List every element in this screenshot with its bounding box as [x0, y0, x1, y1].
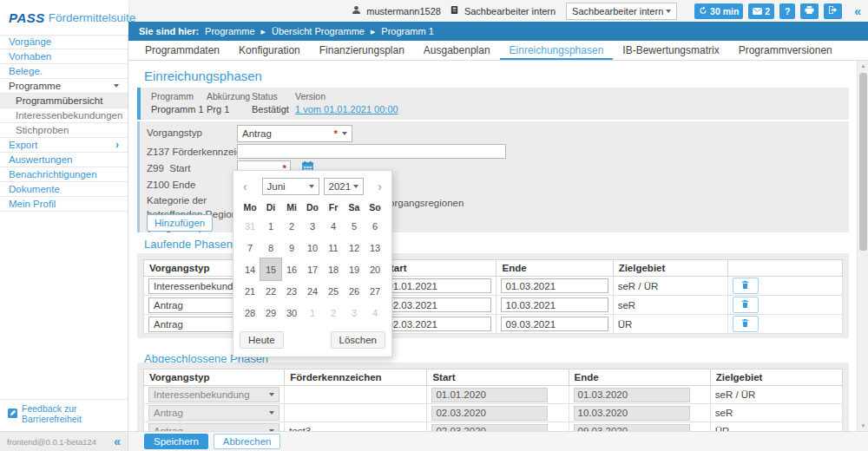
- z137-foerderkennzeichen-input[interactable]: [237, 144, 506, 159]
- tab-finanzierungsplan[interactable]: Finanzierungsplan: [310, 41, 414, 60]
- delete-row-button[interactable]: [733, 297, 759, 313]
- calendar-day[interactable]: 3: [302, 215, 323, 237]
- logout-button[interactable]: [824, 3, 842, 19]
- zielgebiet-value: seR: [715, 408, 733, 418]
- calendar-day[interactable]: 2: [281, 215, 302, 237]
- role-select[interactable]: Sachbearbeiter intern: [566, 3, 677, 20]
- calendar-day[interactable]: 6: [365, 215, 385, 237]
- logo-suite: Fördermittelsuite: [49, 11, 136, 24]
- year-select[interactable]: 2021: [324, 178, 364, 195]
- calendar-day[interactable]: 16: [281, 258, 302, 280]
- collapse-panel-icon[interactable]: «: [854, 4, 861, 18]
- tab-ausgabenplan[interactable]: Ausgabenplan: [414, 41, 500, 60]
- calendar-day[interactable]: 31: [240, 215, 260, 237]
- cancel-button[interactable]: Abbrechen: [214, 434, 281, 449]
- sidebar-item-dokumente[interactable]: Dokumente: [0, 182, 128, 197]
- sidebar-item-stichproben[interactable]: Stichproben: [0, 123, 128, 138]
- version-label: Version: [295, 91, 398, 101]
- sidebar-item-vorhaben[interactable]: Vorhaben: [0, 49, 128, 64]
- sidebar-item-belege[interactable]: Belege.: [0, 64, 128, 79]
- ende-date-input-disabled: 01.03.2020: [574, 388, 690, 402]
- calendar-day[interactable]: 23: [281, 280, 302, 302]
- sidebar-item-programme[interactable]: Programme: [0, 79, 128, 94]
- calendar-day[interactable]: 18: [323, 258, 344, 280]
- tab-einreichungsphasen[interactable]: Einreichungsphasen: [500, 41, 614, 60]
- start-date-input[interactable]: 01.01.2021: [383, 278, 491, 293]
- tab-programmdaten[interactable]: Programmdaten: [135, 41, 229, 60]
- calendar-day[interactable]: 3: [344, 302, 365, 324]
- calendar-day[interactable]: 12: [344, 237, 365, 258]
- prev-month-icon[interactable]: ‹: [240, 180, 251, 193]
- col-header: Zielgebiet: [710, 369, 842, 386]
- ende-date-input[interactable]: 09.03.2021: [501, 317, 608, 331]
- feedback-icon: [8, 409, 17, 420]
- ende-date-input[interactable]: 10.03.2021: [501, 297, 608, 312]
- start-date-input[interactable]: 02.03.2021: [383, 297, 491, 312]
- help-button[interactable]: ?: [779, 3, 795, 19]
- scroll-down-icon[interactable]: ▼: [858, 423, 868, 428]
- calendar-day[interactable]: 8: [260, 237, 281, 258]
- scrollbar-thumb[interactable]: [859, 73, 867, 251]
- calendar-day[interactable]: 27: [365, 280, 385, 302]
- mail-button[interactable]: 2: [748, 3, 774, 19]
- calendar-day[interactable]: 17: [302, 258, 323, 280]
- calendar-day[interactable]: 2: [323, 302, 344, 324]
- breadcrumb-item-uebersicht[interactable]: Übersicht Programme: [272, 26, 365, 36]
- calendar-day[interactable]: 19: [344, 258, 365, 280]
- calendar-day[interactable]: 24: [302, 280, 323, 302]
- scrollbar[interactable]: ▲ ▼: [857, 61, 868, 431]
- sidebar-item-vorgaenge[interactable]: Vorgänge: [0, 35, 128, 49]
- vorgangstyp-select[interactable]: Antrag *: [237, 125, 352, 142]
- calendar-day[interactable]: 26: [344, 280, 365, 302]
- calendar-day[interactable]: 1: [302, 302, 323, 324]
- add-region-button[interactable]: Hinzufügen: [147, 214, 213, 232]
- scroll-up-icon[interactable]: ▲: [858, 63, 868, 69]
- calendar-day[interactable]: 4: [323, 215, 344, 237]
- calendar-day[interactable]: 20: [365, 258, 385, 280]
- calendar-day[interactable]: 30: [281, 302, 302, 324]
- breadcrumb-item-programm1[interactable]: Programm 1: [381, 26, 434, 36]
- version-link[interactable]: 1 vom 01.01.2021 00:00: [295, 104, 398, 114]
- session-refresh-button[interactable]: 30 min: [694, 3, 743, 19]
- sidebar-item-programmuebersicht[interactable]: Programmübersicht: [0, 94, 128, 108]
- calendar-day[interactable]: 29: [260, 302, 281, 324]
- calendar-day[interactable]: 28: [240, 302, 260, 324]
- next-month-icon[interactable]: ›: [374, 180, 385, 193]
- calendar-day[interactable]: 5: [344, 215, 365, 237]
- calendar-day[interactable]: 4: [365, 302, 385, 324]
- start-date-input[interactable]: 02.03.2021: [383, 317, 491, 331]
- save-button[interactable]: Speichern: [144, 434, 208, 449]
- calendar-day[interactable]: 13: [365, 237, 385, 258]
- calendar-day[interactable]: 21: [240, 280, 260, 302]
- calendar-day[interactable]: 1: [260, 215, 281, 237]
- sidebar-item-mein-profil[interactable]: Mein Profil: [0, 197, 128, 212]
- clear-button[interactable]: Löschen: [331, 331, 385, 349]
- today-button[interactable]: Heute: [240, 331, 284, 349]
- calendar-day[interactable]: 10: [302, 237, 323, 258]
- delete-row-button[interactable]: [733, 316, 759, 332]
- delete-row-button[interactable]: [733, 278, 759, 294]
- tab-konfiguration[interactable]: Konfiguration: [229, 41, 310, 60]
- region-value: Vorgangsregionen: [383, 198, 464, 208]
- calendar-day-selected[interactable]: 15: [260, 258, 281, 280]
- calendar-day[interactable]: 7: [240, 237, 260, 258]
- zielgebiet-value: seR / ÜR: [618, 281, 659, 291]
- tab-programmversionen[interactable]: Programmversionen: [729, 41, 842, 60]
- feedback-link[interactable]: Feedback zur Barrierefreiheit: [0, 399, 128, 428]
- print-button[interactable]: [800, 3, 819, 19]
- month-select[interactable]: Juni: [262, 178, 319, 195]
- sidebar-item-interessenbekundungen[interactable]: Interessenbekundungen: [0, 108, 128, 123]
- calendar-day[interactable]: 22: [260, 280, 281, 302]
- programm-label: Programm: [151, 91, 207, 101]
- sidebar-item-auswertungen[interactable]: Auswertungen: [0, 153, 128, 167]
- sidebar-item-benachrichtigungen[interactable]: Benachrichtigungen: [0, 167, 128, 182]
- calendar-day[interactable]: 14: [240, 258, 260, 280]
- tab-ib-bewertungsmatrix[interactable]: IB-Bewertungsmatrix: [613, 41, 728, 60]
- calendar-day[interactable]: 9: [281, 237, 302, 258]
- calendar-day[interactable]: 11: [323, 237, 344, 258]
- sidebar-item-export[interactable]: Export›: [0, 138, 128, 153]
- breadcrumb-item-programme[interactable]: Programme: [205, 26, 254, 36]
- calendar-day[interactable]: 25: [323, 280, 344, 302]
- collapse-sidebar-icon[interactable]: «: [114, 435, 121, 448]
- ende-date-input[interactable]: 01.03.2021: [501, 278, 608, 293]
